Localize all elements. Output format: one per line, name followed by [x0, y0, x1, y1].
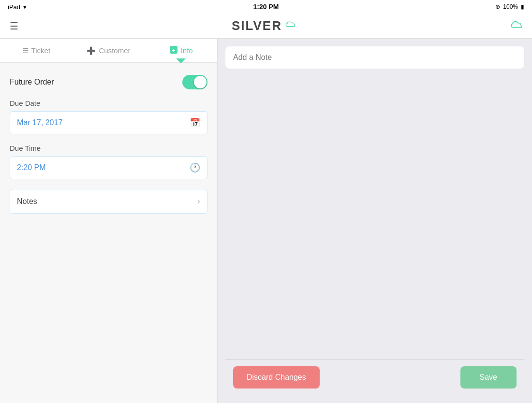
sync-cloud-icon[interactable]: [509, 20, 522, 32]
calendar-icon: 📅: [190, 117, 200, 128]
discard-button[interactable]: Discard Changes: [233, 366, 320, 389]
right-panel: Discard Changes Save: [218, 39, 532, 403]
wifi-icon: ▾: [23, 3, 27, 11]
cloud-logo: [285, 21, 296, 28]
left-content: Future Order Due Date Mar 17, 2017 📅 Due…: [0, 63, 217, 403]
status-bar: iPad ▾ 1:20 PM ⊕ 100% ▮: [0, 0, 532, 14]
tab-customer[interactable]: ➕ Customer: [73, 39, 145, 62]
due-date-value: Mar 17, 2017: [17, 118, 62, 127]
notes-label: Notes: [17, 197, 37, 206]
svg-text:+: +: [172, 47, 175, 53]
battery-percent: 100%: [503, 3, 518, 10]
battery-icon: ▮: [521, 3, 524, 10]
due-time-input[interactable]: 2:20 PM 🕐: [10, 156, 207, 179]
ticket-icon: ☰: [22, 46, 29, 55]
signal-icon: ⊕: [495, 3, 500, 10]
note-input[interactable]: [225, 46, 524, 69]
save-button[interactable]: Save: [460, 366, 517, 389]
device-label: iPad: [8, 3, 20, 11]
note-area: [225, 74, 524, 359]
due-date-input[interactable]: Mar 17, 2017 📅: [10, 111, 207, 134]
tab-bar: ☰ Ticket ➕ Customer + Info: [0, 39, 217, 63]
chevron-right-icon: ›: [197, 196, 200, 206]
due-date-section: Due Date Mar 17, 2017 📅: [10, 99, 207, 134]
app-title: SILVER: [232, 18, 296, 33]
tab-info[interactable]: + Info: [145, 39, 217, 62]
due-time-label: Due Time: [10, 144, 207, 152]
status-time: 1:20 PM: [253, 3, 279, 11]
bottom-bar: Discard Changes Save: [225, 359, 524, 395]
clock-icon: 🕐: [190, 162, 200, 173]
due-date-label: Due Date: [10, 99, 207, 107]
left-panel: ☰ Ticket ➕ Customer + Info: [0, 39, 218, 403]
due-time-section: Due Time 2:20 PM 🕐: [10, 144, 207, 179]
info-icon: +: [169, 45, 178, 56]
title-text: SILVER: [232, 18, 282, 33]
notes-row[interactable]: Notes ›: [10, 189, 207, 214]
future-order-row: Future Order: [10, 75, 207, 89]
main-container: ☰ Ticket ➕ Customer + Info: [0, 39, 532, 403]
status-right: ⊕ 100% ▮: [495, 3, 524, 10]
tab-customer-label: Customer: [99, 46, 130, 55]
app-header: ☰ SILVER: [0, 14, 532, 39]
tab-ticket-label: Ticket: [31, 46, 50, 55]
person-add-icon: ➕: [87, 46, 96, 55]
menu-icon[interactable]: ☰: [10, 20, 18, 32]
tab-info-label: Info: [181, 46, 193, 55]
status-left: iPad ▾: [8, 3, 27, 11]
future-order-label: Future Order: [10, 78, 54, 86]
future-order-toggle[interactable]: [182, 75, 207, 89]
toggle-knob: [194, 76, 207, 88]
tab-ticket[interactable]: ☰ Ticket: [0, 39, 73, 62]
due-time-value: 2:20 PM: [17, 163, 46, 172]
